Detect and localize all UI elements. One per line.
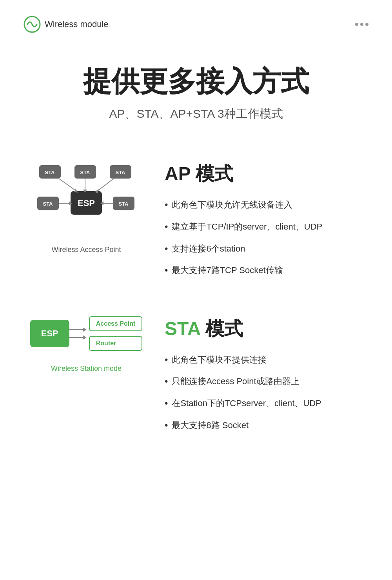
svg-text:ESP: ESP	[78, 198, 95, 208]
header-left: Wireless module	[24, 16, 109, 33]
more-menu[interactable]	[355, 23, 368, 26]
sta-mode-section: ESP Access Point Router Wireless Station…	[0, 301, 392, 455]
ap-bullet-1: 此角色下模块允许无线设备连入	[165, 198, 361, 212]
ap-diagram-area: STA STA STA STA STA ESP	[31, 161, 141, 254]
ap-mode-title: AP 模式	[165, 161, 361, 186]
dot-3	[365, 23, 368, 26]
wireless-module-logo	[24, 16, 41, 33]
ap-bullet-3: 支持连接6个station	[165, 242, 361, 255]
ap-content-area: AP 模式 此角色下模块允许无线设备连入 建立基于TCP/IP的server、c…	[165, 161, 361, 277]
sta-bullet-1: 此角色下模块不提供连接	[165, 353, 361, 367]
ap-bullet-4: 最大支持7路TCP Socket传输	[165, 264, 361, 277]
svg-line-13	[59, 179, 76, 191]
esp-green-box: ESP	[30, 320, 69, 347]
svg-text:STA: STA	[43, 201, 53, 207]
sta-content-area: STA 模式 此角色下模块不提供连接 只能连接Access Point或路由器上…	[165, 316, 361, 432]
ap-mode-section: STA STA STA STA STA ESP	[0, 138, 392, 300]
sta-diagram-label: Wireless Station mode	[51, 365, 122, 373]
right-boxes: Access Point Router	[89, 316, 142, 351]
sta-bullet-2: 只能连接Access Point或路由器上	[165, 375, 361, 388]
sta-bullet-list: 此角色下模块不提供连接 只能连接Access Point或路由器上 在Stati…	[165, 353, 361, 432]
svg-marker-24	[83, 327, 87, 332]
svg-line-17	[97, 179, 114, 191]
ap-bullet-2: 建立基于TCP/IP的server、client、UDP	[165, 220, 361, 233]
svg-text:STA: STA	[80, 170, 90, 175]
svg-text:STA: STA	[118, 201, 129, 207]
hero-title: 提供更多接入方式	[24, 64, 368, 98]
sta-diagram-area: ESP Access Point Router Wireless Station…	[31, 316, 141, 373]
hero-section: 提供更多接入方式 AP、STA、AP+STA 3种工作模式	[0, 41, 392, 138]
svg-text:STA: STA	[115, 170, 125, 175]
sta-bullet-4: 最大支持8路 Socket	[165, 419, 361, 432]
dot-2	[360, 23, 363, 26]
header: Wireless module	[0, 0, 392, 41]
sta-diagram-wrapper: ESP Access Point Router	[30, 316, 143, 351]
access-point-box: Access Point	[89, 316, 142, 331]
header-title: Wireless module	[45, 19, 109, 29]
ap-bullet-list: 此角色下模块允许无线设备连入 建立基于TCP/IP的server、client、…	[165, 198, 361, 277]
router-box: Router	[89, 336, 142, 351]
dot-1	[355, 23, 358, 26]
sta-bullet-3: 在Station下的TCPserver、client、UDP	[165, 397, 361, 410]
ap-diagram-label: Wireless Access Point	[51, 246, 121, 254]
arrow-svg	[69, 322, 89, 345]
hero-subtitle: AP、STA、AP+STA 3种工作模式	[24, 106, 368, 122]
ap-diagram-svg: STA STA STA STA STA ESP	[35, 161, 137, 240]
svg-text:STA: STA	[45, 170, 55, 175]
sta-mode-title: STA 模式	[165, 316, 361, 341]
svg-marker-26	[83, 335, 87, 340]
